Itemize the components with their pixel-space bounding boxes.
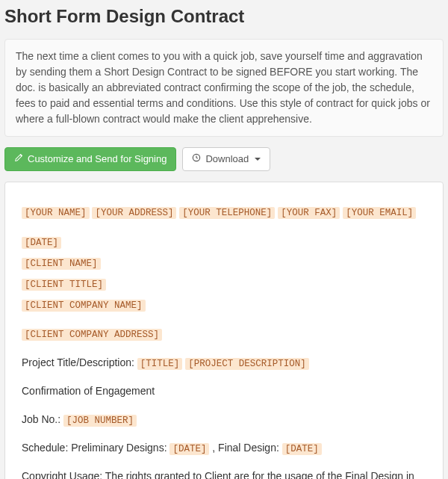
placeholder-token[interactable]: [DATE] <box>22 237 61 249</box>
copyright-line: Copyright Usage: The rights granted to C… <box>22 468 426 479</box>
project-label: Project Title/Description: <box>22 356 137 368</box>
placeholder-token[interactable]: [CLIENT TITLE] <box>22 279 106 291</box>
client-block: [DATE] [CLIENT NAME] [CLIENT TITLE] [CLI… <box>22 232 426 315</box>
placeholder-token[interactable]: [JOB NUMBER] <box>63 415 137 427</box>
document-body: [YOUR NAME] [YOUR ADDRESS] [YOUR TELEPHO… <box>4 182 444 479</box>
placeholder-token[interactable]: [YOUR FAX] <box>278 207 340 219</box>
job-label: Job No.: <box>22 413 63 425</box>
placeholder-token[interactable]: [PROJECT DESCRIPTION] <box>185 358 309 370</box>
placeholder-token[interactable]: [DATE] <box>169 443 209 455</box>
header-line: [YOUR NAME] [YOUR ADDRESS] [YOUR TELEPHO… <box>22 203 426 221</box>
pencil-icon <box>14 152 23 166</box>
placeholder-token[interactable]: [YOUR NAME] <box>22 207 90 219</box>
customize-send-button[interactable]: Customize and Send for Signing <box>4 147 176 171</box>
placeholder-token[interactable]: [CLIENT NAME] <box>22 258 101 270</box>
job-line: Job No.: [JOB NUMBER] <box>22 411 426 429</box>
schedule-label-1: Schedule: Preliminary Designs: <box>22 442 169 454</box>
schedule-line: Schedule: Preliminary Designs: [DATE] , … <box>22 439 426 457</box>
clock-icon <box>192 152 201 166</box>
client-address-line: [CLIENT COMPANY ADDRESS] <box>22 325 426 343</box>
project-line: Project Title/Description: [TITLE] [PROJ… <box>22 354 426 372</box>
page-title: Short Form Design Contract <box>4 6 444 27</box>
toolbar: Customize and Send for Signing Download <box>4 147 444 171</box>
placeholder-token[interactable]: [CLIENT COMPANY NAME] <box>22 300 146 312</box>
placeholder-token[interactable]: [YOUR EMAIL] <box>343 207 416 219</box>
placeholder-token[interactable]: [CLIENT COMPANY ADDRESS] <box>22 329 162 341</box>
download-label: Download <box>205 152 249 166</box>
copyright-intro: Copyright Usage: The rights granted to C… <box>22 470 414 479</box>
customize-send-label: Customize and Send for Signing <box>28 152 167 166</box>
placeholder-token[interactable]: [DATE] <box>282 443 322 455</box>
schedule-label-2: , Final Design: <box>212 442 281 454</box>
download-button[interactable]: Download <box>182 147 270 171</box>
confirmation-line: Confirmation of Engagement <box>22 383 426 401</box>
placeholder-token[interactable]: [YOUR ADDRESS] <box>92 207 176 219</box>
placeholder-token[interactable]: [TITLE] <box>137 358 183 370</box>
intro-text: The next time a client comes to you with… <box>4 39 444 137</box>
placeholder-token[interactable]: [YOUR TELEPHONE] <box>179 207 275 219</box>
chevron-down-icon <box>255 158 261 161</box>
